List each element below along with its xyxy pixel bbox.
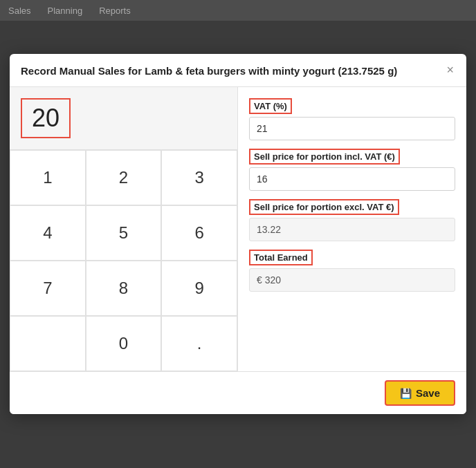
close-button[interactable]: × [445,64,455,76]
nav-sales: Sales [8,6,31,16]
modal-header: Record Manual Sales for Lamb & feta burg… [10,54,466,87]
numpad-6[interactable]: 6 [161,205,237,261]
background-nav: Sales Planning Reports [0,0,476,21]
modal-title: Record Manual Sales for Lamb & feta burg… [21,64,445,78]
modal-body: 20 1 2 3 4 5 6 7 8 9 0 . [10,87,466,371]
numpad-grid: 1 2 3 4 5 6 7 8 9 0 . [10,150,237,371]
sell-price-excl-value: 13.22 [249,218,455,241]
numpad-0[interactable]: 0 [86,316,162,371]
sell-price-incl-input[interactable] [249,167,455,191]
save-button-label: Save [416,387,440,399]
numpad-2[interactable]: 2 [86,150,162,205]
numpad-4[interactable]: 4 [10,205,86,261]
nav-reports: Reports [99,6,131,16]
save-icon: 💾 [400,388,412,399]
modal-dialog: Record Manual Sales for Lamb & feta burg… [10,54,466,414]
total-earned-label: Total Earned [249,250,313,265]
numpad-5[interactable]: 5 [86,205,162,261]
numpad-display-area: 20 [10,87,237,150]
numpad-dot[interactable]: . [161,316,237,371]
numpad-section: 20 1 2 3 4 5 6 7 8 9 0 . [10,87,238,371]
modal-overlay: Sales Planning Reports Record Manual Sal… [0,0,476,468]
numpad-display: 20 [21,98,71,138]
vat-label: VAT (%) [249,98,292,114]
vat-input[interactable] [249,117,455,140]
sell-price-incl-field-group: Sell price for portion incl. VAT (€) [249,149,455,191]
sell-price-excl-field-group: Sell price for portion excl. VAT €) 13.2… [249,199,455,241]
numpad-1[interactable]: 1 [10,150,86,205]
sell-price-excl-label: Sell price for portion excl. VAT €) [249,199,399,215]
total-earned-value: € 320 [249,268,455,292]
numpad-7[interactable]: 7 [10,261,86,316]
sell-price-incl-label: Sell price for portion incl. VAT (€) [249,149,400,165]
numpad-3[interactable]: 3 [161,150,237,205]
numpad-empty [10,316,86,371]
numpad-9[interactable]: 9 [161,261,237,316]
vat-field-group: VAT (%) [249,98,455,140]
modal-footer: 💾 Save [10,371,466,414]
numpad-8[interactable]: 8 [86,261,162,316]
nav-planning: Planning [48,6,83,16]
form-section: VAT (%) Sell price for portion incl. VAT… [238,87,466,371]
total-earned-field-group: Total Earned € 320 [249,250,455,292]
save-button[interactable]: 💾 Save [385,380,455,406]
